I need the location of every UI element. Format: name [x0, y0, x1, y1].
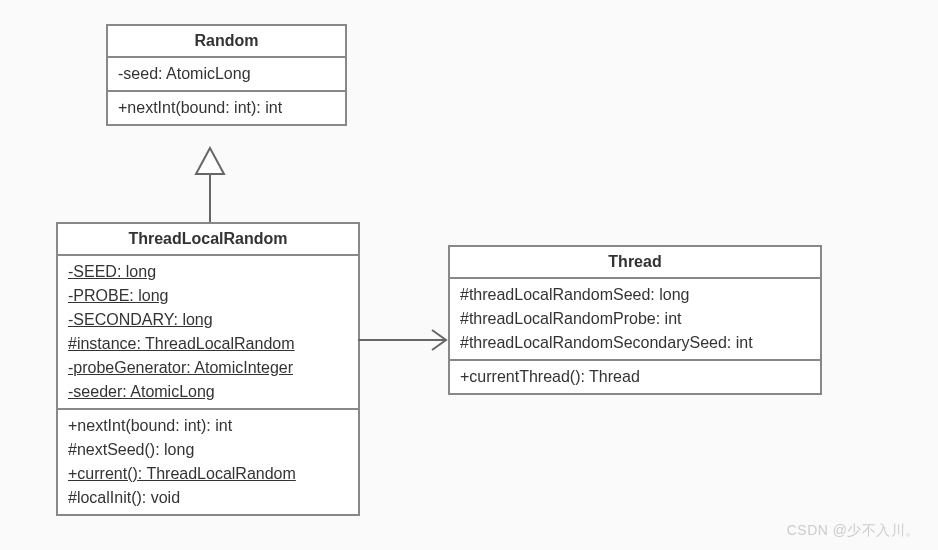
attribute: #threadLocalRandomProbe: int — [460, 307, 810, 331]
attribute: -PROBE: long — [68, 284, 348, 308]
class-threadlocalrandom-methods: +nextInt(bound: int): int #nextSeed(): l… — [58, 410, 358, 514]
method: #localInit(): void — [68, 486, 348, 510]
attribute: -SECONDARY: long — [68, 308, 348, 332]
attribute: -probeGenerator: AtomicInteger — [68, 356, 348, 380]
svg-marker-1 — [196, 148, 224, 174]
attribute: -seed: AtomicLong — [118, 62, 335, 86]
attribute: -SEED: long — [68, 260, 348, 284]
association-arrow — [358, 330, 446, 350]
method: +currentThread(): Thread — [460, 365, 810, 389]
class-random: Random -seed: AtomicLong +nextInt(bound:… — [106, 24, 347, 126]
class-threadlocalrandom-title: ThreadLocalRandom — [58, 224, 358, 256]
method: #nextSeed(): long — [68, 438, 348, 462]
class-thread-methods: +currentThread(): Thread — [450, 361, 820, 393]
method: +nextInt(bound: int): int — [118, 96, 335, 120]
watermark: CSDN @少不入川。 — [787, 522, 920, 540]
attribute: -seeder: AtomicLong — [68, 380, 348, 404]
class-random-title: Random — [108, 26, 345, 58]
generalization-arrow — [196, 148, 224, 222]
method: +nextInt(bound: int): int — [68, 414, 348, 438]
attribute: #instance: ThreadLocalRandom — [68, 332, 348, 356]
class-threadlocalrandom-attributes: -SEED: long -PROBE: long -SECONDARY: lon… — [58, 256, 358, 410]
class-random-methods: +nextInt(bound: int): int — [108, 92, 345, 124]
class-threadlocalrandom: ThreadLocalRandom -SEED: long -PROBE: lo… — [56, 222, 360, 516]
class-thread-title: Thread — [450, 247, 820, 279]
attribute: #threadLocalRandomSeed: long — [460, 283, 810, 307]
class-thread: Thread #threadLocalRandomSeed: long #thr… — [448, 245, 822, 395]
class-thread-attributes: #threadLocalRandomSeed: long #threadLoca… — [450, 279, 820, 361]
attribute: #threadLocalRandomSecondarySeed: int — [460, 331, 810, 355]
method: +current(): ThreadLocalRandom — [68, 462, 348, 486]
class-random-attributes: -seed: AtomicLong — [108, 58, 345, 92]
